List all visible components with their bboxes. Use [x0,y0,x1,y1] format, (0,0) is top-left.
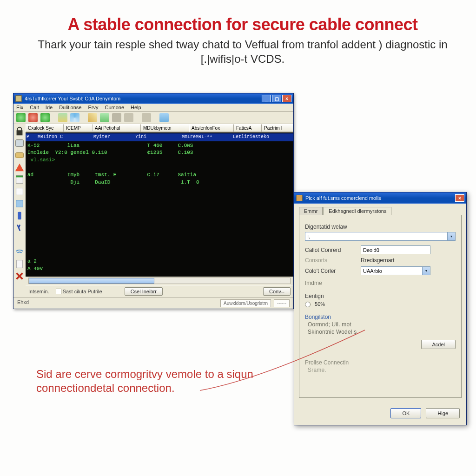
column-headers: Cxalock Sye ICEMP AAi Petiohal MDUkbymot… [26,124,293,132]
window-icon[interactable] [142,113,151,122]
h-scrollbar[interactable] [28,278,291,284]
x-icon[interactable] [14,271,25,281]
col-header[interactable]: Pactrim I [262,124,293,132]
th-cell: Myiter [93,134,135,141]
menu-item[interactable]: Dulitionse [59,105,81,110]
wifi-icon[interactable] [14,247,25,257]
csel-button[interactable]: Csel Ineibrr [125,287,163,296]
list-icon[interactable] [14,138,25,148]
sort-checkbox-label: Sast ciluta Putrile [63,289,102,294]
menu-item[interactable]: Calt [30,105,39,110]
tab-edk[interactable]: Edkhagnedi dlermyrstons [324,207,391,215]
chevron-down-icon[interactable]: ▾ [447,232,456,241]
blank2-icon[interactable] [14,283,25,293]
col-header[interactable]: AAi Petiohal [93,124,141,132]
box-icon[interactable] [14,186,25,197]
toolbar [13,112,293,124]
chart-icon[interactable] [14,198,25,209]
maximize-button[interactable]: ▢ [272,95,281,102]
headline-subtitle: Thark your tain resple shed tway chatd t… [33,37,453,66]
window-title: 4rsTuthIkorrer YouI Svsbl: CdA Denymtom [25,96,262,101]
th-cell: P [26,134,38,141]
dialog-app-icon [296,195,303,201]
entry-label: Eentign [305,293,456,299]
diag-input[interactable] [305,232,447,241]
col-header[interactable]: Cxalock Sye [26,124,64,132]
svg-rect-3 [16,176,23,178]
menu-item[interactable]: Ide [46,105,53,110]
terminal[interactable]: P MBIiron C Myiter Yini MmIreMRI-²¹ Letl… [26,132,293,277]
entry-radio[interactable] [305,302,311,307]
status-segment: Auwxidorn/Uxogristrn [220,299,271,307]
chevron-down-icon[interactable]: ▾ [422,266,430,275]
forward-icon[interactable] [40,113,50,122]
scrollbar-thumb[interactable] [29,278,154,284]
terminal-header-row: P MBIiron C Myiter Yini MmIreMRI-²¹ Letl… [26,133,293,141]
menu-item[interactable]: Cumone [105,105,124,110]
doc-icon[interactable] [14,259,25,269]
bongl-line: Oormnd; Uil. mot [305,321,456,328]
refresh-icon[interactable] [70,113,79,122]
col-header[interactable]: FaticsA [234,124,262,132]
code-icon[interactable] [124,113,133,122]
terminal-row: vl.sasi> [27,157,291,164]
tab-panel: Digentatid welaw ▾ Callot Conrerd Consor… [299,215,462,398]
th-cell: MBIiron C [38,134,93,141]
blank-icon[interactable] [14,235,25,245]
warn-icon[interactable] [14,162,25,172]
pencil-icon[interactable] [88,113,97,122]
menu-item[interactable]: Help [131,105,141,110]
dialog-close-button[interactable]: × [455,194,464,202]
dialog-title: Pick alf fut.sms comerclend molis [305,195,455,201]
sidebar [13,124,26,298]
terminal-row: a 2 [27,258,43,265]
tab-bar: Emmr Edkhagnedi dlermyrstons [299,206,462,215]
terminal-row: K-52 lLaa T 460 C.OWS [27,142,291,150]
redesign-label: Rredisgernart [361,257,395,264]
card-icon[interactable] [14,150,25,160]
dialog-titlebar[interactable]: Pick alf fut.sms comerclend molis × [294,192,466,204]
status-text: Intsemin. [28,289,49,294]
col-header[interactable]: MDUkbymotn [141,124,189,132]
callot-input[interactable] [361,245,430,254]
acdel-button[interactable]: Acdel [421,340,456,349]
th-cell: Letliriesteko [233,134,292,141]
svg-rect-4 [16,188,23,195]
color-select[interactable] [361,266,422,275]
th-cell: MmIreMRI-²¹ [182,134,233,141]
status-left: Ehxd [17,299,29,307]
sort-checkbox[interactable] [56,289,61,294]
spreadsheet-icon[interactable] [14,174,25,185]
menubar: Eix Calt Ide Dulitionse Ervy Cumone Help [13,104,293,112]
col-header[interactable]: ICEMP [64,124,93,132]
menu-item[interactable]: Ervy [88,105,98,110]
settings-dialog: Pick alf fut.sms comerclend molis × Emmr… [294,192,467,425]
terminal-row: ad Imyb tmst. E C-i7 Saitia [27,172,291,179]
wand-icon[interactable] [100,113,109,122]
svg-rect-1 [16,153,24,158]
lambda-icon[interactable] [14,223,25,233]
menu-item[interactable]: Eix [16,105,23,110]
shuffle-icon[interactable] [58,113,67,122]
minimize-button[interactable]: _ [262,95,271,102]
dialog-buttons: OK Hige [294,403,466,425]
col-header[interactable]: AbslenfonFox [189,124,234,132]
ok-button[interactable]: OK [390,408,421,418]
note-icon[interactable] [159,113,169,122]
stop-icon[interactable] [28,113,38,122]
back-icon[interactable] [16,113,26,122]
bongl-line: Skinontnic Wodel s [305,329,456,335]
phone-icon[interactable] [14,211,25,221]
help-button[interactable]: Hige [426,408,460,418]
close-button[interactable]: × [282,95,291,102]
conv-button[interactable]: Conv-- [263,287,291,296]
camera-icon[interactable] [112,113,121,122]
terminal-row: Imoleie Y2:0 gendel 0.110 ¢1235 C.103 [27,149,291,157]
svg-rect-6 [18,212,21,220]
svg-rect-7 [17,260,23,268]
titlebar[interactable]: 4rsTuthIkorrer YouI Svsbl: CdA Denymtom … [13,93,293,104]
statusbar: Ehxd Auwxidorn/Uxogristrn ------ [13,298,293,309]
tab-emmr[interactable]: Emmr [299,207,323,215]
lock-icon[interactable] [14,126,25,136]
terminal-row: Dji DaaID 1.T 0 [27,179,291,186]
